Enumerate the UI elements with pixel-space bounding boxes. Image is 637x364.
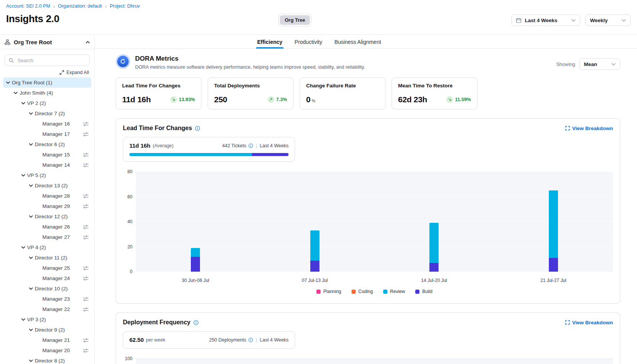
chevron-down-icon[interactable] <box>27 184 35 187</box>
sliders-icon[interactable] <box>83 194 89 198</box>
sliders-icon[interactable] <box>83 276 89 281</box>
tree-item-director-10-2[interactable]: Director 10 (2) <box>3 283 91 294</box>
sliders-icon[interactable] <box>83 235 89 240</box>
breadcrumb-link[interactable]: Account: SEI 2.0 PM <box>6 3 50 9</box>
tree-item-director-13-2[interactable]: Director 13 (2) <box>3 180 91 191</box>
tree-item-vp-2-2[interactable]: VP 2 (2) <box>3 98 91 108</box>
sliders-icon[interactable] <box>83 122 89 126</box>
sliders-icon[interactable] <box>83 297 89 301</box>
tree-item-manager-29[interactable]: Manager 29 <box>3 201 91 211</box>
tree-item-manager-24[interactable]: Manager 24 <box>3 273 91 283</box>
tree-item-manager-21[interactable]: Manager 21 <box>3 335 91 345</box>
chevron-down-icon[interactable] <box>27 359 35 362</box>
chevron-down-icon[interactable] <box>12 92 19 94</box>
sliders-icon[interactable] <box>83 163 89 168</box>
tree-item-vp-5-2[interactable]: VP 5 (2) <box>3 170 91 180</box>
metric-card-change-failure-rate[interactable]: Change Failure Rate0% <box>300 77 385 110</box>
sliders-icon[interactable] <box>83 348 89 353</box>
sidebar-search[interactable] <box>5 55 90 66</box>
metric-card-lead-time-for-changes[interactable]: Lead Time For Changes11d 16h↘13.93% <box>116 77 202 110</box>
sliders-icon[interactable] <box>83 132 89 137</box>
tree-item-label: Director 10 (2) <box>35 286 68 292</box>
legend-item-coding[interactable]: Coding <box>352 289 373 294</box>
tree-item-label: Manager 15 <box>42 152 70 158</box>
bar-segment-review[interactable] <box>191 248 200 257</box>
tree-item-vp-4-2[interactable]: VP 4 (2) <box>3 242 91 253</box>
tree-item-manager-16[interactable]: Manager 16 <box>3 119 91 129</box>
chevron-down-icon[interactable] <box>19 174 27 177</box>
bar-segment-build[interactable] <box>191 257 200 272</box>
chevron-down-icon[interactable] <box>27 112 35 115</box>
tree-item-director-8-2[interactable]: Director 8 (2) <box>3 356 91 364</box>
tree-item-manager-17[interactable]: Manager 17 <box>3 129 91 139</box>
x-tick-label: 14 Jul-20 Jul <box>421 278 447 283</box>
date-range-select[interactable]: Last 4 Weeks <box>511 14 580 26</box>
tree-item-manager-20[interactable]: Manager 20 <box>3 345 91 356</box>
tree-item-director-12-2[interactable]: Director 12 (2) <box>3 211 91 222</box>
tree-item-john-smith-4[interactable]: John Smith (4) <box>3 88 91 98</box>
chevron-down-icon[interactable] <box>27 143 35 146</box>
chevron-down-icon[interactable] <box>19 246 27 249</box>
tab-efficiency[interactable]: Efficiency <box>257 35 282 48</box>
chevron-down-icon[interactable] <box>4 81 12 84</box>
metric-card-mean-time-to-restore[interactable]: Mean Time To Restore62d 23h↘11.59% <box>392 77 477 110</box>
org-tree-toggle-button[interactable]: Org Tree <box>280 15 310 25</box>
tab-productivity[interactable]: Productivity <box>295 35 322 48</box>
info-icon[interactable] <box>195 126 200 131</box>
sliders-icon[interactable] <box>83 153 89 157</box>
tree-item-manager-23[interactable]: Manager 23 <box>3 294 91 304</box>
bar-30-jun-06-jul[interactable] <box>191 248 200 272</box>
tree-item-director-9-2[interactable]: Director 9 (2) <box>3 325 91 335</box>
info-icon[interactable] <box>248 338 253 342</box>
sliders-icon[interactable] <box>83 266 89 271</box>
tab-business-alignment[interactable]: Business Alignment <box>334 35 381 48</box>
sliders-icon[interactable] <box>83 338 89 343</box>
tree-item-director-6-2[interactable]: Director 6 (2) <box>3 139 91 150</box>
tree-item-manager-15[interactable]: Manager 15 <box>3 150 91 160</box>
sliders-icon[interactable] <box>83 204 89 209</box>
tree-item-label: VP 4 (2) <box>27 245 46 250</box>
legend-item-build[interactable]: Build <box>415 289 432 294</box>
deployment-view-breakdown-link[interactable]: View Breakdown <box>565 320 613 325</box>
chevron-down-icon[interactable] <box>27 215 35 218</box>
chevron-down-icon[interactable] <box>27 287 35 290</box>
bar-segment-build[interactable] <box>429 263 439 272</box>
bar-14-jul-20-jul[interactable] <box>429 223 439 272</box>
breadcrumb-link[interactable]: Organization: default <box>58 3 102 9</box>
sliders-icon[interactable] <box>83 225 89 229</box>
showing-select[interactable]: Mean <box>579 58 620 70</box>
tree-item-director-7-2[interactable]: Director 7 (2) <box>3 108 91 119</box>
search-input[interactable] <box>17 57 85 64</box>
collapse-sidebar-icon[interactable] <box>86 41 90 43</box>
sliders-icon[interactable] <box>83 307 89 312</box>
chevron-down-icon[interactable] <box>27 329 35 331</box>
tree-item-manager-28[interactable]: Manager 28 <box>3 191 91 201</box>
legend-item-planning[interactable]: Planning <box>316 289 341 294</box>
bar-segment-review[interactable] <box>429 223 439 263</box>
chevron-down-icon[interactable] <box>27 256 35 259</box>
tree-item-manager-25[interactable]: Manager 25 <box>3 263 91 273</box>
legend-item-review[interactable]: Review <box>383 289 405 294</box>
tree-item-manager-22[interactable]: Manager 22 <box>3 304 91 314</box>
tree-item-org-tree-root-1[interactable]: Org Tree Root (1) <box>3 77 91 88</box>
breadcrumb-link[interactable]: Project: Dhruv <box>110 3 140 9</box>
bar-segment-review[interactable] <box>310 230 319 261</box>
bar-segment-build[interactable] <box>310 261 319 272</box>
granularity-select[interactable]: Weekly <box>585 14 631 26</box>
tree-item-director-11-2[interactable]: Director 11 (2) <box>3 253 91 263</box>
expand-all-button[interactable]: Expand All <box>0 70 89 75</box>
info-icon[interactable] <box>248 143 253 148</box>
bar-segment-review[interactable] <box>549 190 558 258</box>
tree-item-vp-3-2[interactable]: VP 3 (2) <box>3 314 91 325</box>
bar-21-jul-27-jul[interactable] <box>549 190 558 272</box>
chevron-down-icon[interactable] <box>19 318 27 321</box>
chevron-down-icon[interactable] <box>19 102 27 105</box>
bar-segment-build[interactable] <box>549 258 558 272</box>
bar-07-jul-13-jul[interactable] <box>310 230 319 272</box>
tree-item-manager-14[interactable]: Manager 14 <box>3 160 91 170</box>
info-icon[interactable] <box>194 320 198 325</box>
metric-card-total-deployments[interactable]: Total Deployments250↗7.3% <box>208 77 294 110</box>
tree-item-manager-26[interactable]: Manager 26 <box>3 222 91 232</box>
tree-item-manager-27[interactable]: Manager 27 <box>3 232 91 242</box>
lead-time-view-breakdown-link[interactable]: View Breakdown <box>565 126 613 131</box>
